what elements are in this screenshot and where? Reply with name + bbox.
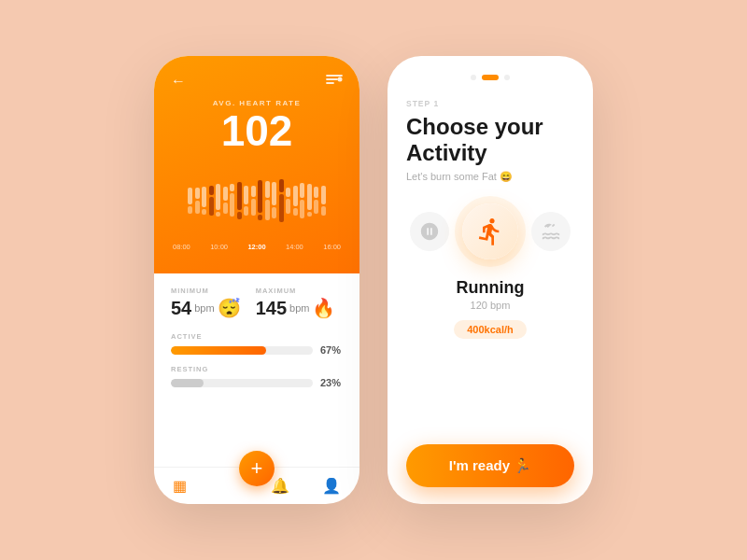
min-stat: MINIMUM 54 bpm 😴 [171, 287, 241, 319]
time-label-3: 12:00 [247, 243, 265, 251]
time-label-1: 08:00 [173, 243, 190, 251]
max-stat: MAXIMUM 145 bpm 🔥 [256, 287, 336, 319]
activity-title: Choose yourActivity [406, 114, 574, 165]
activity-bpm: 120 bpm [406, 300, 574, 311]
time-label-2: 10:00 [210, 243, 228, 251]
active-pct: 67% [320, 344, 343, 356]
nav-user-icon[interactable]: 👤 [322, 477, 341, 495]
stats-section: MINIMUM 54 bpm 😴 MAXIMUM 145 bpm 🔥 ACTIV… [154, 273, 359, 467]
active-bar-bg [171, 346, 313, 355]
left-phone: ← AVG. HEART RATE 102 08:00 10:00 12: [154, 56, 359, 504]
active-bar-fill [171, 346, 266, 355]
ready-button[interactable]: I'm ready 🏃 [406, 444, 574, 487]
activity-name: Running [406, 278, 574, 298]
activity-cycling[interactable] [410, 212, 449, 251]
active-progress: ACTIVE 67% [171, 332, 343, 356]
activity-swimming[interactable] [531, 212, 571, 251]
max-label: MAXIMUM [256, 287, 336, 295]
time-label-5: 16:00 [323, 243, 341, 251]
heart-rate-value: 102 [171, 109, 343, 152]
resting-bar-bg [171, 379, 313, 387]
activity-selector [406, 203, 574, 259]
activity-running[interactable] [462, 203, 518, 259]
step-dots [406, 75, 574, 80]
dot-1 [471, 75, 476, 80]
step-label: STEP 1 [406, 99, 574, 108]
activity-subtitle: Let's burn some Fat 😄 [406, 171, 574, 183]
resting-bar-fill [171, 379, 204, 387]
back-button[interactable]: ← [171, 73, 186, 90]
min-label: MINIMUM [171, 287, 241, 295]
max-value: 145 bpm 🔥 [256, 297, 336, 319]
time-label-4: 14:00 [286, 243, 303, 251]
activity-info: Running 120 bpm 400kcal/h [406, 278, 574, 339]
resting-pct: 23% [320, 377, 343, 388]
heart-rate-section: ← AVG. HEART RATE 102 08:00 10:00 12: [154, 56, 359, 273]
nav-home-icon[interactable]: ▦ [173, 477, 187, 495]
dot-2 [482, 75, 499, 80]
min-value: 54 bpm 😴 [171, 297, 241, 319]
nav-bell-icon[interactable]: 🔔 [271, 477, 289, 495]
bottom-nav: ▦ + 🔔 👤 [154, 467, 359, 504]
heart-rate-chart: 08:00 10:00 12:00 14:00 16:00 [171, 165, 343, 251]
right-phone: STEP 1 Choose yourActivity Let's burn so… [388, 56, 593, 504]
fab-button[interactable]: + [239, 451, 275, 486]
resting-progress: RESTING 23% [171, 365, 343, 388]
activity-cal-badge: 400kcal/h [454, 320, 527, 339]
dot-3 [504, 75, 510, 80]
svg-point-3 [338, 77, 343, 82]
filter-icon[interactable] [326, 73, 343, 90]
